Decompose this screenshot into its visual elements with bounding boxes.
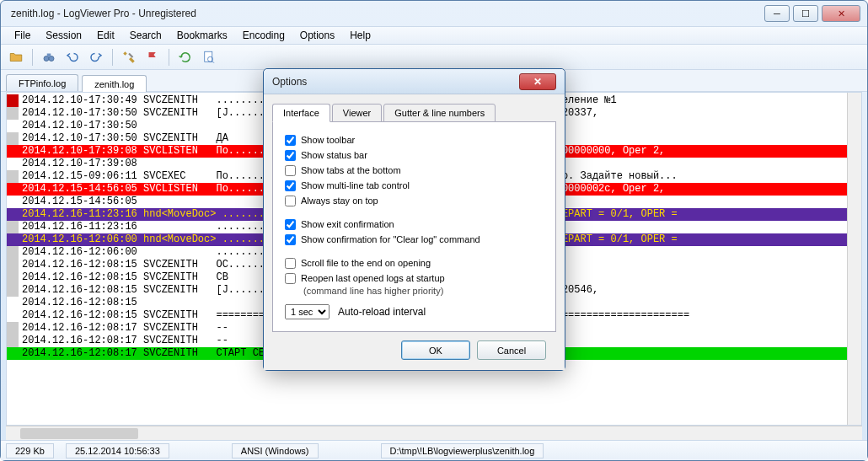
dialog-titlebar[interactable]: Options ✕ [264,69,565,94]
menu-bookmarks[interactable]: Bookmarks [170,28,234,43]
window-title: zenith.log - LogViewer Pro - Unregistere… [8,8,764,19]
status-size: 229 Kb [6,443,54,458]
dialog-title: Options [272,76,519,88]
dialog-tabs: Interface Viewer Gutter & line numbers [272,104,556,122]
titlebar: zenith.log - LogViewer Pro - Unregistere… [1,1,867,26]
status-date: 25.12.2014 10:56:33 [66,443,169,458]
reload-interval-select[interactable]: 1 sec [285,304,330,319]
reopen-hint: (command line has higher priority) [303,286,544,296]
check-show-toolbar[interactable]: Show toolbar [285,132,544,147]
open-folder-icon[interactable] [6,47,26,67]
zoom-page-icon[interactable] [199,47,219,67]
status-path: D:\tmp\!LB\logviewerplus\zenith.log [381,443,544,458]
check-scroll-end[interactable]: Scroll file to the end on opening [285,255,544,271]
dialog-close-button[interactable]: ✕ [519,73,556,90]
check-tabs-bottom[interactable]: Show tabs at the bottom [285,163,544,178]
check-reopen-last[interactable]: Reopen last opened logs at startup [285,271,544,286]
statusbar: 229 Kb 25.12.2014 10:56:33 ANSI (Windows… [1,440,867,460]
dialog-tab-gutter[interactable]: Gutter & line numbers [383,104,496,122]
minimize-button[interactable]: ─ [764,5,790,22]
horizontal-scroll-thumb[interactable] [20,428,138,439]
maximize-button[interactable]: ☐ [793,5,818,22]
svg-rect-2 [47,53,51,56]
toolbar [1,45,867,70]
check-multiline-tab[interactable]: Show multi-line tab control [285,178,544,193]
menu-help[interactable]: Help [343,28,378,43]
binoculars-icon[interactable] [39,47,59,67]
dialog-tab-interface[interactable]: Interface [272,104,330,122]
menu-file[interactable]: File [8,28,37,43]
cancel-button[interactable]: Cancel [477,340,546,360]
undo-icon[interactable] [62,47,83,67]
menubar: File Session Edit Search Bookmarks Encod… [1,26,867,45]
svg-point-0 [44,56,49,61]
ok-button[interactable]: OK [401,340,470,360]
vertical-scrollbar[interactable] [847,93,861,425]
tools-icon[interactable] [119,47,139,67]
menu-session[interactable]: Session [39,28,88,43]
check-exit-confirm[interactable]: Show exit confirmation [285,217,544,232]
options-dialog: Options ✕ Interface Viewer Gutter & line… [263,68,565,371]
flag-icon[interactable] [142,47,163,67]
tab-zenith[interactable]: zenith.log [82,75,147,92]
menu-search[interactable]: Search [123,28,169,43]
menu-encoding[interactable]: Encoding [236,28,292,43]
status-encoding: ANSI (Windows) [232,443,319,458]
main-window: zenith.log - LogViewer Pro - Unregistere… [0,0,868,461]
tab-ftpinfo[interactable]: FTPinfo.log [6,74,78,91]
redo-icon[interactable] [86,47,106,67]
check-show-statusbar[interactable]: Show status bar [285,147,544,163]
refresh-icon[interactable] [175,47,196,67]
menu-options[interactable]: Options [293,28,341,43]
horizontal-scrollbar[interactable] [6,426,862,440]
check-stay-on-top[interactable]: Always stay on top [285,193,544,208]
dialog-tab-viewer[interactable]: Viewer [332,104,382,122]
menu-edit[interactable]: Edit [90,28,121,43]
reload-interval-label: Auto-reload interval [338,306,426,318]
dialog-panel: Show toolbar Show status bar Show tabs a… [272,121,556,332]
close-button[interactable]: ✕ [822,5,860,22]
check-clear-confirm[interactable]: Show confirmation for "Clear log" comman… [285,232,544,247]
svg-point-1 [49,56,54,61]
